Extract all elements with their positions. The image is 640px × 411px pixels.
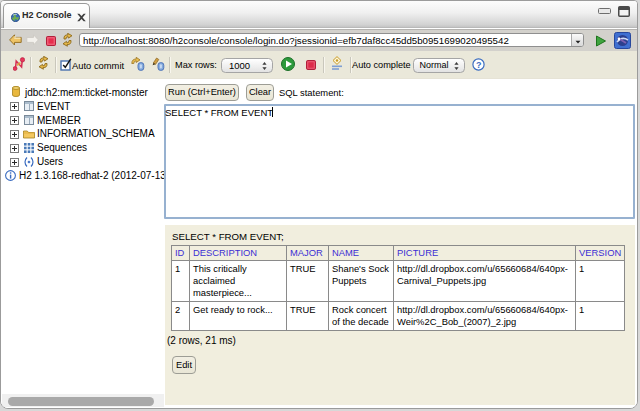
svg-text:?: ? (476, 60, 482, 70)
